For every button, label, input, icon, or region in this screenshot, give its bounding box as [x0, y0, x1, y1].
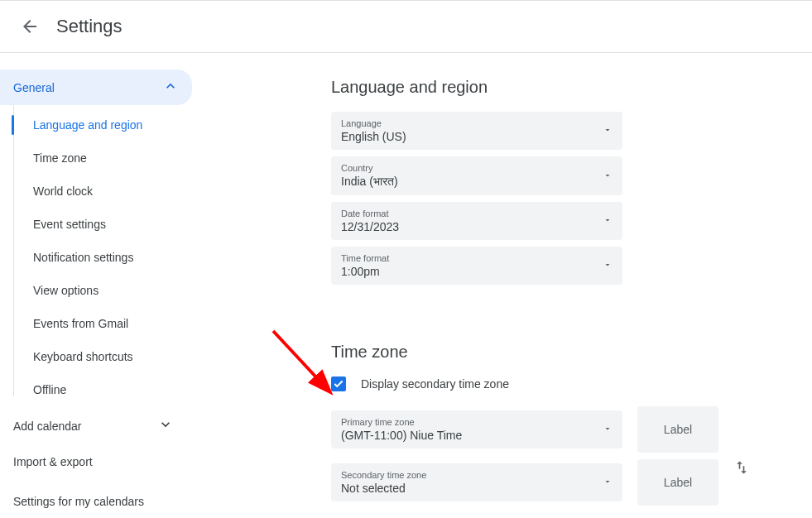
- header: Settings: [0, 0, 812, 53]
- time-format-dropdown[interactable]: Time format 1:00pm: [331, 247, 622, 285]
- sidebar-import-export[interactable]: Import & export: [0, 445, 207, 478]
- sidebar-item-events-from-gmail[interactable]: Events from Gmail: [0, 307, 207, 340]
- swap-timezones-button[interactable]: [733, 459, 750, 476]
- sidebar-add-calendar[interactable]: Add calendar: [0, 406, 207, 445]
- section-language-region: Language and region Language English (US…: [331, 78, 795, 285]
- date-format-dropdown-value: 12/31/2023: [341, 220, 613, 233]
- section-title-language-region: Language and region: [331, 78, 795, 97]
- time-format-dropdown-value: 1:00pm: [341, 265, 613, 278]
- primary-timezone-row: Primary time zone (GMT-11:00) Niue Time …: [331, 406, 795, 453]
- section-timezone: Time zone Display secondary time zone Pr…: [331, 343, 795, 506]
- sidebar-item-time-zone[interactable]: Time zone: [0, 141, 207, 175]
- sidebar-section-general: General Language and region Time zone Wo…: [0, 70, 207, 406]
- language-dropdown-label: Language: [341, 118, 613, 128]
- page-title: Settings: [56, 16, 123, 37]
- language-dropdown-value: English (US): [341, 130, 613, 143]
- sidebar-general-label: General: [13, 81, 55, 94]
- checkmark-icon: [333, 378, 344, 390]
- secondary-timezone-checkbox[interactable]: [331, 377, 346, 391]
- sidebar: General Language and region Time zone Wo…: [0, 53, 207, 518]
- chevron-down-icon: [157, 416, 194, 435]
- chevron-up-icon: [162, 78, 179, 97]
- date-format-dropdown-label: Date format: [341, 209, 613, 218]
- sidebar-import-export-label: Import & export: [13, 455, 93, 468]
- country-dropdown-label: Country: [341, 163, 613, 173]
- sidebar-item-event-settings[interactable]: Event settings: [0, 208, 207, 241]
- primary-timezone-label: Primary time zone: [341, 417, 613, 427]
- sidebar-settings-calendars-heading: Settings for my calendars: [0, 478, 207, 518]
- dropdown-arrow-icon: [603, 123, 613, 138]
- sidebar-general-header[interactable]: General: [0, 70, 192, 105]
- secondary-timezone-row: Secondary time zone Not selected Label: [331, 459, 795, 506]
- sidebar-add-calendar-label: Add calendar: [13, 420, 82, 433]
- sidebar-item-language-region[interactable]: Language and region: [0, 108, 207, 141]
- dropdown-arrow-icon: [603, 213, 613, 228]
- primary-timezone-dropdown[interactable]: Primary time zone (GMT-11:00) Niue Time: [331, 410, 622, 448]
- country-dropdown-value: India (भारत): [341, 175, 613, 189]
- main-content: Language and region Language English (US…: [207, 53, 812, 518]
- sidebar-item-world-clock[interactable]: World clock: [0, 175, 207, 208]
- sidebar-general-items: Language and region Time zone World cloc…: [0, 105, 207, 406]
- primary-timezone-value: (GMT-11:00) Niue Time: [341, 429, 613, 442]
- secondary-timezone-label: Secondary time zone: [341, 470, 613, 480]
- sidebar-item-offline[interactable]: Offline: [0, 373, 207, 406]
- back-button[interactable]: [13, 10, 46, 43]
- time-format-dropdown-label: Time format: [341, 253, 613, 263]
- dropdown-arrow-icon: [603, 422, 613, 437]
- secondary-timezone-dropdown[interactable]: Secondary time zone Not selected: [331, 463, 622, 501]
- sidebar-item-keyboard-shortcuts[interactable]: Keyboard shortcuts: [0, 340, 207, 373]
- secondary-timezone-label-input[interactable]: Label: [637, 459, 718, 506]
- sidebar-item-notification-settings[interactable]: Notification settings: [0, 241, 207, 274]
- dropdown-arrow-icon: [603, 475, 613, 490]
- section-title-timezone: Time zone: [331, 343, 795, 362]
- primary-timezone-label-input[interactable]: Label: [637, 406, 718, 453]
- country-dropdown[interactable]: Country India (भारत): [331, 156, 622, 195]
- arrow-back-icon: [20, 17, 40, 36]
- secondary-timezone-checkbox-label: Display secondary time zone: [361, 377, 509, 391]
- dropdown-arrow-icon: [603, 258, 613, 273]
- language-dropdown[interactable]: Language English (US): [331, 112, 622, 150]
- secondary-timezone-value: Not selected: [341, 482, 613, 495]
- secondary-timezone-checkbox-row: Display secondary time zone: [331, 377, 795, 391]
- swap-vert-icon: [733, 459, 750, 476]
- sidebar-item-view-options[interactable]: View options: [0, 274, 207, 307]
- date-format-dropdown[interactable]: Date format 12/31/2023: [331, 202, 622, 240]
- dropdown-arrow-icon: [603, 169, 613, 184]
